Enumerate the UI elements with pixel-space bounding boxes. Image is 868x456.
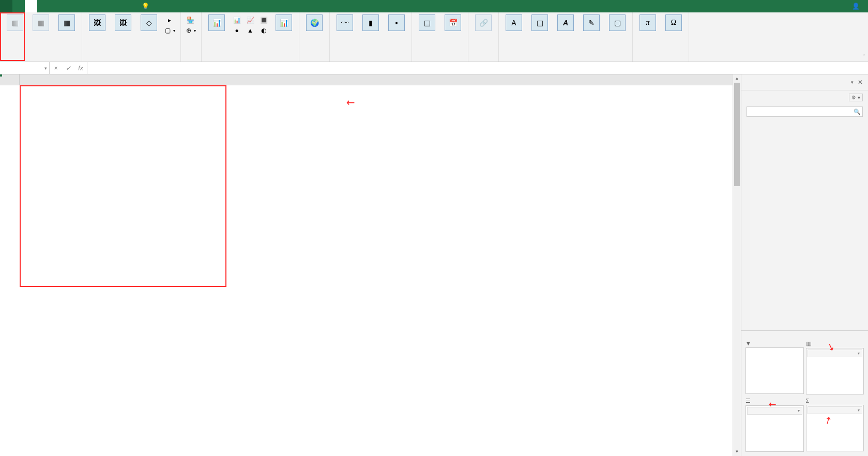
shapes-button[interactable]: ◇ [137,13,161,33]
pivot-chart-button[interactable]: 📊 [272,13,296,33]
fx-confirm-button[interactable]: ✓ [62,65,74,72]
tellme-search[interactable]: 💡 [142,3,151,10]
share-icon: 👤 [852,3,860,10]
equation-button[interactable]: π [636,13,660,33]
ribbon: ▦ ▦ ▦ 🖼 🖼 ◇ ▸ ▢▾ 🏪 ⊕▾ 📊 [0,12,868,62]
drag-hint-label [741,330,868,337]
group-label-tables [3,60,79,62]
tab-review[interactable] [74,0,87,12]
recommended-charts-button[interactable]: 📊 [205,13,229,33]
filter-zone[interactable] [745,347,804,394]
pictures-button[interactable]: 🖼 [85,13,109,33]
chart-type-4[interactable]: ● [231,26,243,35]
lightbulb-icon: 💡 [142,3,149,10]
wordart-button[interactable]: A [554,13,577,33]
chart-type-5[interactable]: ▲ [244,26,256,35]
tab-start[interactable] [12,0,25,12]
smartart-button[interactable]: ▸ [163,16,177,25]
menu-bar: 💡 👤 [0,0,868,12]
tab-formula[interactable] [50,0,62,12]
symbol-button[interactable]: Ω [662,13,686,33]
collapse-ribbon-button[interactable]: ˆ [863,54,865,60]
online-pictures-button[interactable]: 🖼 [111,13,135,33]
tab-design[interactable] [124,0,136,12]
tab-insert[interactable] [25,0,37,12]
share-button[interactable]: 👤 [852,3,862,10]
pane-dropdown-icon[interactable]: ▾ [851,80,854,85]
fx-cancel-button[interactable]: × [50,65,62,72]
annotation-arrow-icon: ↙ [343,95,358,110]
tab-layout[interactable] [37,0,50,12]
columns-icon: ▥ [806,340,811,347]
sparkline-line-button[interactable]: 〰 [333,13,357,33]
tab-data[interactable] [62,0,74,12]
select-all-corner[interactable] [0,74,20,85]
scroll-down-icon[interactable]: ▼ [733,448,741,456]
group-label-filters [415,60,465,62]
chart-type-1[interactable]: 📊 [231,16,243,25]
fx-button[interactable]: fx [74,65,87,72]
rows-icon: ☰ [745,398,751,404]
more-tables-link[interactable] [741,324,868,330]
chart-type-3[interactable]: 🔳 [257,16,270,25]
header-footer-button[interactable]: ▤ [528,13,552,33]
timeline-button[interactable]: 📅 [441,13,465,33]
object-button[interactable]: ▢ [605,13,629,33]
pivot-table-fields-pane: ▾ ✕ ⚙ ▾ 🔍 ▼ ▥ ↘ ▾ [741,74,868,456]
3d-map-button[interactable]: 🌍 [302,13,326,33]
sparkline-col-button[interactable]: ▮ [359,13,383,33]
worksheet-grid[interactable]: ↘ ↙ ▲ ▼ [0,74,741,456]
values-icon: Σ [806,398,810,404]
columns-zone[interactable]: ↘ ▾ [806,348,864,394]
tab-view[interactable] [87,0,99,12]
rows-zone[interactable]: ↙ ▾ [745,405,804,452]
highlight-box-source-data [20,85,226,287]
tab-file[interactable] [0,0,12,12]
signature-line-button[interactable]: ✎ [580,13,603,33]
group-label-sparklines [333,60,408,62]
close-pane-button[interactable]: ✕ [858,79,863,86]
scrollbar-thumb[interactable] [734,83,740,186]
field-search-input[interactable] [747,107,863,117]
formula-bar: × ✓ fx [0,62,868,74]
textbox-button[interactable]: A [502,13,526,33]
gear-icon[interactable]: ⚙ ▾ [849,94,863,101]
value-field-item[interactable]: ▾ [808,406,863,414]
group-label-symbols [636,60,686,62]
row-field-item[interactable]: ▾ [747,407,802,415]
values-zone[interactable]: ▾ ↗ [806,405,864,451]
link-button[interactable]: 🔗 [471,13,495,33]
tab-help[interactable] [99,0,112,12]
column-field-item[interactable]: ▾ [808,349,863,357]
recommended-pivot-button[interactable]: ▦ [29,13,53,33]
my-addins-button[interactable]: ⊕▾ [184,26,198,35]
search-icon: 🔍 [854,109,861,115]
sparkline-winloss-button[interactable]: ▪ [385,13,408,33]
group-label-text [502,60,629,62]
group-label-links [471,60,495,62]
annotation-arrow-icon: ↗ [821,414,834,428]
scroll-up-icon[interactable]: ▲ [733,74,741,83]
chart-type-6[interactable]: ◐ [257,26,270,35]
slicer-button[interactable]: ▤ [415,13,439,33]
tab-analyze[interactable] [112,0,124,12]
pivot-table-button[interactable]: ▦ [3,13,27,33]
table-button[interactable]: ▦ [55,13,79,33]
appstore-button[interactable]: 🏪 [184,16,198,25]
group-label-addins [184,60,198,62]
vertical-scrollbar[interactable]: ▲ ▼ [733,74,741,456]
name-box[interactable] [0,62,50,74]
group-label-illustrations [85,60,177,62]
group-label-charts [205,60,296,62]
group-label-tours [302,60,326,62]
screenshot-button[interactable]: ▢▾ [163,26,177,35]
chart-type-2[interactable]: 📈 [244,16,256,25]
filter-icon: ▼ [745,340,751,346]
